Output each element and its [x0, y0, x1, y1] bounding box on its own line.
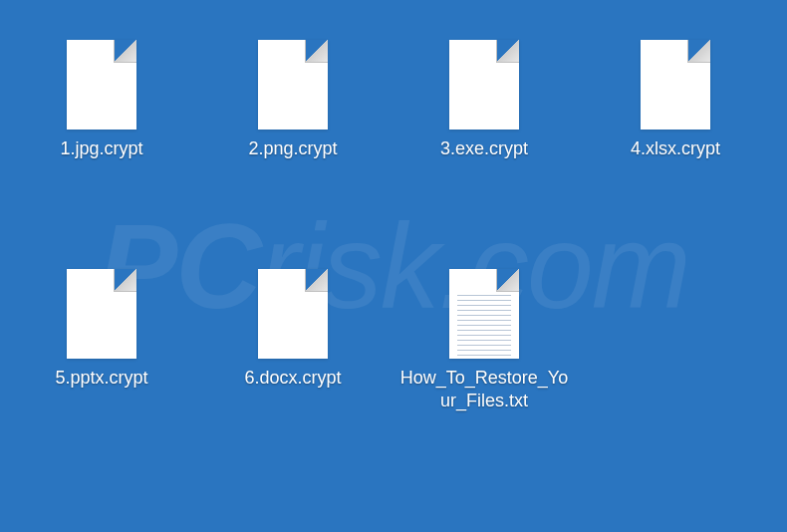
file-label: 2.png.crypt: [246, 137, 339, 160]
file-label: 5.pptx.crypt: [53, 367, 149, 390]
file-item[interactable]: 2.png.crypt: [203, 30, 383, 259]
desktop-grid: 1.jpg.crypt 2.png.crypt 3.exe.crypt 4.xl…: [0, 0, 787, 488]
file-item[interactable]: How_To_Restore_Your_Files.txt: [394, 259, 574, 488]
file-icon: [258, 269, 328, 359]
file-label: 3.exe.crypt: [438, 137, 530, 160]
file-item[interactable]: 3.exe.crypt: [394, 30, 574, 259]
file-label: 1.jpg.crypt: [58, 137, 144, 160]
file-item[interactable]: 6.docx.crypt: [203, 259, 383, 488]
file-label: How_To_Restore_Your_Files.txt: [397, 367, 572, 413]
file-icon: [449, 40, 519, 130]
file-label: 4.xlsx.crypt: [629, 137, 722, 160]
file-icon: [67, 40, 136, 130]
file-item[interactable]: 5.pptx.crypt: [12, 259, 191, 488]
file-item[interactable]: 4.xlsx.crypt: [586, 30, 765, 259]
file-label: 6.docx.crypt: [242, 367, 343, 390]
file-icon: [258, 40, 328, 130]
file-icon: [67, 269, 136, 359]
text-file-icon: [449, 269, 519, 359]
file-icon: [641, 40, 710, 130]
file-item[interactable]: 1.jpg.crypt: [12, 30, 191, 259]
